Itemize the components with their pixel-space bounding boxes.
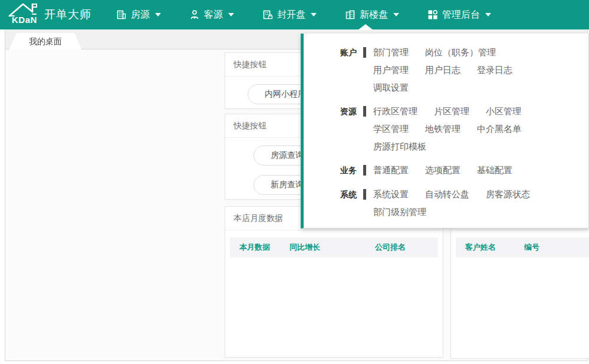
top-navbar: KDaN 开单大师 房源 客: [0, 0, 589, 29]
section-bar: [363, 106, 366, 117]
menu-item-user-management[interactable]: 用户管理: [373, 65, 409, 75]
menu-item-metro-management[interactable]: 地铁管理: [425, 124, 460, 134]
section-bar: [363, 165, 366, 176]
new-building-icon: [345, 9, 356, 20]
house-logo-icon: KDaN: [8, 1, 39, 28]
menu-item-basic-config[interactable]: 基础配置: [477, 166, 512, 175]
menu-item-community-management[interactable]: 小区管理: [486, 107, 521, 116]
nav-item-label: 客源: [204, 9, 223, 21]
section-bar: [363, 47, 366, 58]
menu-item-login-logs[interactable]: 登录日志: [477, 65, 512, 75]
menu-item-system-settings[interactable]: 系统设置: [373, 190, 409, 199]
sealed-building-icon: [262, 9, 273, 20]
menu-item-user-logs[interactable]: 用户日志: [425, 65, 460, 75]
customers-panel: 客户姓名 编号: [450, 206, 589, 359]
menu-item-retrieval-settings[interactable]: 调取设置: [373, 83, 409, 92]
admin-backend-dropdown: 账户 部门管理 岗位（职务）管理 用户管理 用户日志 登录日志 调取设置 资源 …: [301, 34, 589, 229]
nav-item-admin-backend[interactable]: 管理后台: [417, 0, 502, 29]
chevron-down-icon: [393, 13, 399, 16]
menu-item-position-management[interactable]: 岗位（职务）管理: [425, 48, 496, 57]
menu-section-account: 账户 部门管理 岗位（职务）管理 用户管理 用户日志 登录日志 调取设置: [304, 48, 588, 92]
chevron-down-icon: [485, 13, 491, 16]
menu-section-business: 业务 普通配置 选项配置 基础配置: [304, 166, 588, 176]
building-icon: [116, 9, 127, 20]
admin-grid-icon: [427, 9, 438, 20]
section-label: 账户: [304, 48, 357, 92]
nav-item-label: 封开盘: [277, 9, 305, 21]
nav-item-listings[interactable]: 房源: [106, 0, 172, 29]
column-header: 同比增长: [289, 242, 375, 253]
column-header: 编号: [524, 242, 539, 253]
section-label: 系统: [304, 190, 357, 217]
tab-label: 我的桌面: [29, 37, 62, 47]
menu-item-department-management[interactable]: 部门管理: [373, 48, 409, 57]
chevron-down-icon: [155, 13, 161, 16]
brand-name: 开单大师: [44, 7, 91, 22]
nav-item-label: 新楼盘: [360, 9, 388, 21]
chevron-down-icon: [311, 13, 317, 16]
person-icon: [189, 9, 200, 20]
monthly-table-header: 本月数据 同比增长 公司排名: [230, 237, 438, 257]
menu-item-district-management[interactable]: 行政区管理: [373, 107, 417, 116]
menu-item-general-config[interactable]: 普通配置: [373, 166, 409, 175]
column-header: 客户姓名: [465, 242, 524, 253]
menu-item-school-district-management[interactable]: 学区管理: [373, 124, 409, 134]
menu-item-department-level-management[interactable]: 部门级别管理: [373, 207, 426, 217]
menu-item-options-config[interactable]: 选项配置: [425, 166, 460, 175]
menu-item-agency-blacklist[interactable]: 中介黑名单: [477, 124, 521, 134]
dropdown-caret-icon: [358, 24, 373, 30]
column-header: 本月数据: [239, 242, 289, 253]
customers-table-header: 客户姓名 编号: [456, 237, 589, 257]
nav-item-customers[interactable]: 客源: [179, 0, 245, 29]
brand-logo[interactable]: KDaN 开单大师: [8, 1, 91, 28]
nav-item-label: 管理后台: [442, 9, 480, 21]
menu-item-listing-customer-status[interactable]: 房客源状态: [486, 190, 530, 199]
nav-menu: 房源 客源 封开盘: [106, 0, 502, 29]
section-label: 业务: [304, 166, 357, 176]
nav-item-sealed-listings[interactable]: 封开盘: [252, 0, 327, 29]
svg-text:KDaN: KDaN: [12, 15, 37, 25]
menu-section-resources: 资源 行政区管理 片区管理 小区管理 学区管理 地铁管理 中介黑名单 房源打印模…: [304, 107, 588, 151]
chevron-down-icon: [228, 13, 234, 16]
nav-item-label: 房源: [131, 9, 150, 21]
section-bar: [363, 189, 366, 200]
column-header: 公司排名: [375, 242, 406, 253]
section-label: 资源: [304, 107, 357, 151]
menu-section-system: 系统 系统设置 自动转公盘 房客源状态 部门级别管理: [304, 190, 588, 217]
menu-item-listing-print-template[interactable]: 房源打印模板: [373, 142, 426, 151]
tab-my-desktop[interactable]: 我的桌面: [9, 33, 82, 50]
monthly-data-panel: 本店月度数据 本月数据 同比增长 公司排名: [225, 206, 443, 358]
menu-item-area-management[interactable]: 片区管理: [434, 107, 469, 116]
menu-item-auto-public-pool[interactable]: 自动转公盘: [425, 190, 469, 199]
right-column: 客户姓名 编号: [450, 206, 589, 359]
